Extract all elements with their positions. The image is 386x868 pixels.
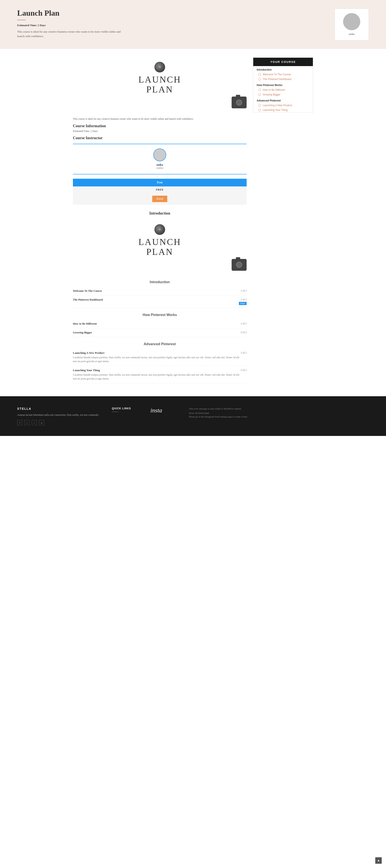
sidebar-section-how: How Pinterest Works — [253, 82, 313, 88]
sidebar-item-growing[interactable]: Growing Bigger — [253, 92, 313, 97]
lesson-meta: 1 of 2 — [240, 322, 247, 325]
facebook-icon[interactable]: f — [17, 420, 22, 425]
sidebar-circle-icon — [258, 73, 261, 76]
lesson-content: Launching A New Product Curabitur blandi… — [73, 351, 240, 363]
hero-author-card: anika — [334, 8, 369, 40]
hero-author-name: anika — [339, 32, 364, 36]
instructor-name: anika — [77, 163, 242, 166]
enroll-area: Enroll — [73, 193, 247, 205]
price-area: Free FREE Enroll — [73, 179, 247, 205]
section-heading-intro: Introduction — [73, 280, 247, 284]
content-column: ✦ LAUNCH PLAN This course is ideal for a… — [73, 58, 253, 383]
lesson-row[interactable]: Welcome To The Course 1 of 2 — [73, 287, 247, 296]
footer-insta-title: insta — [151, 407, 176, 414]
lesson-meta: 2 of 2 — [240, 369, 247, 372]
instagram-icon[interactable]: i — [32, 420, 37, 425]
sidebar-circle-icon — [258, 104, 261, 106]
sidebar-header: YOUR COURSE — [253, 58, 313, 66]
free-label: FREE — [73, 186, 247, 193]
svg-point-3 — [156, 156, 163, 160]
section-heading-how: How Pinterest Works — [73, 313, 247, 317]
footer-error: This error message is only visible to Wo… — [189, 407, 248, 425]
sidebar-section-introduction: Introduction — [253, 66, 313, 72]
sidebar-item-different[interactable]: How to Be Different — [253, 88, 313, 92]
lesson-meta: 1 of 2 — [240, 289, 247, 292]
footer-error-visibility: This error message is only visible to Wo… — [189, 407, 248, 411]
footer-links-title: QUICK LINKS — [112, 407, 138, 410]
intro-launch-title: LAUNCH PLAN — [73, 237, 247, 257]
hero-description: This course is ideal for any creative bu… — [17, 30, 124, 39]
lesson-title: Growing Bigger — [73, 331, 92, 334]
hero-divider — [17, 20, 26, 20]
footer-links: QUICK LINKS — [112, 407, 138, 425]
sidebar-item-launching-product[interactable]: Launching A New Product — [253, 103, 313, 108]
footer-error-help: Please go to the Instagram Feed settings… — [189, 415, 248, 418]
hero-avatar — [343, 13, 360, 30]
sidebar-circle-icon — [258, 93, 261, 96]
lesson-row[interactable]: Launching Your Thing Curabitur blandit t… — [73, 366, 247, 383]
hero-estimated: Estimated Time: 2 Days — [17, 24, 124, 27]
lesson-row[interactable]: Launching A New Product Curabitur blandi… — [73, 349, 247, 366]
course-estimated: Estimated Time: 2 Days — [73, 130, 247, 133]
instructor-role: Author — [77, 166, 242, 170]
lesson-title: The Pinterest Dashboard — [73, 298, 103, 302]
svg-point-0 — [349, 17, 354, 23]
intro-title: Introduction — [73, 211, 247, 216]
intro-camera-icon — [232, 259, 247, 271]
lesson-title: How to Be Different — [73, 322, 97, 326]
sidebar-item-welcome[interactable]: Welcome To The Course — [253, 72, 313, 77]
launch-title: LAUNCH PLAN — [73, 75, 247, 94]
instructor-area: anika Author — [73, 144, 247, 175]
footer-social: f t i p — [17, 420, 99, 425]
hero-title: Launch Plan — [17, 8, 124, 18]
lesson-title: Welcome To The Course — [73, 289, 102, 292]
lesson-meta: 2 of 2 — [240, 331, 247, 334]
lesson-row[interactable]: Growing Bigger 2 of 2 — [73, 328, 247, 337]
pinterest-icon[interactable]: p — [39, 420, 44, 425]
twitter-icon[interactable]: t — [25, 420, 30, 425]
section-heading-advanced: Advanced Pinterest — [73, 342, 247, 346]
course-image-area: ✦ LAUNCH PLAN — [73, 58, 247, 113]
compass-icon: ✦ — [154, 62, 165, 72]
course-description: This course is ideal for any creative bu… — [73, 117, 247, 121]
footer-error-msg: Error: No feed found. — [189, 411, 248, 415]
course-info-title: Course Information — [73, 124, 247, 128]
lesson-content: Launching Your Thing Curabitur blandit t… — [73, 369, 240, 380]
free-badge: FREE — [239, 302, 247, 305]
spacer — [0, 49, 386, 58]
footer: STELLA Aenean lacinia bibendum nulla sed… — [0, 396, 386, 436]
footer-brand-title: STELLA — [17, 407, 99, 410]
sidebar-box: YOUR COURSE Introduction Welcome To The … — [253, 58, 313, 113]
lesson-meta: 1 of 2 — [240, 351, 247, 354]
intro-compass-icon: ✦ — [154, 224, 165, 235]
lessons-list: Introduction Welcome To The Course 1 of … — [73, 280, 247, 383]
sidebar-circle-icon — [258, 78, 261, 81]
svg-point-1 — [347, 23, 356, 28]
intro-section: Introduction ✦ LAUNCH PLAN — [73, 211, 247, 275]
instructor-avatar-icon — [155, 150, 165, 160]
lesson-meta: 2 of 2 FREE — [239, 298, 247, 305]
price-label: Free — [73, 179, 247, 186]
svg-point-2 — [158, 151, 162, 156]
course-instructor-title: Course Instructor — [73, 136, 247, 140]
lesson-row[interactable]: The Pinterest Dashboard 2 of 2 FREE — [73, 296, 247, 308]
main-wrapper: ✦ LAUNCH PLAN This course is ideal for a… — [64, 58, 322, 383]
person-icon — [345, 15, 358, 28]
hero-section: Launch Plan Estimated Time: 2 Days This … — [0, 0, 386, 49]
hero-left: Launch Plan Estimated Time: 2 Days This … — [17, 8, 124, 39]
sidebar-item-pinterest-dashboard[interactable]: The Pinterest Dashboard — [253, 77, 313, 82]
sidebar-circle-icon — [258, 89, 261, 91]
footer-brand: STELLA Aenean lacinia bibendum nulla sed… — [17, 407, 99, 425]
sidebar-item-launching-thing[interactable]: Launching Your Thing — [253, 108, 313, 113]
camera-icon — [232, 97, 247, 108]
sidebar-section-advanced: Advanced Pinterest — [253, 97, 313, 103]
footer-desc: Aenean lacinia bibendum nulla sed consec… — [17, 413, 99, 417]
enroll-button[interactable]: Enroll — [152, 196, 167, 202]
intro-course-image: ✦ LAUNCH PLAN — [73, 220, 247, 275]
instructor-avatar — [153, 149, 166, 161]
sidebar-circle-icon — [258, 109, 261, 111]
footer-insta: insta — [151, 407, 176, 425]
sidebar: YOUR COURSE Introduction Welcome To The … — [253, 58, 313, 383]
lesson-row[interactable]: How to Be Different 1 of 2 — [73, 319, 247, 328]
